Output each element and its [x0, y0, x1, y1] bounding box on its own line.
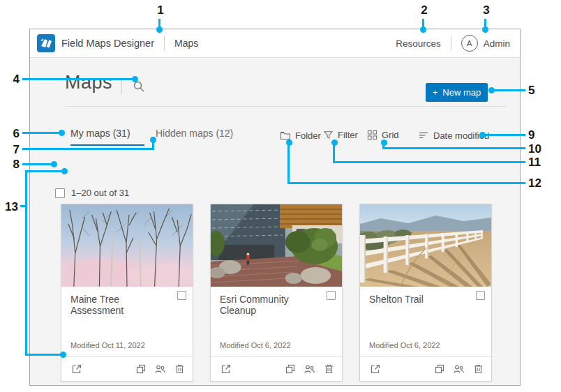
filter-icon [323, 130, 334, 140]
card-checkbox[interactable] [177, 291, 186, 300]
plus-icon: + [433, 87, 438, 98]
callout-line [422, 19, 424, 29]
open-map-button[interactable] [70, 363, 82, 375]
trail-fence-image [360, 204, 491, 287]
duplicate-icon [135, 363, 147, 375]
tab-my-maps[interactable]: My maps (31) [70, 128, 130, 139]
callout-number-5: 5 [528, 84, 545, 98]
filter-button[interactable]: Filter [323, 130, 358, 140]
open-map-button[interactable] [220, 363, 232, 375]
trash-icon [473, 363, 484, 375]
delete-button[interactable] [472, 363, 484, 375]
grid-icon [367, 130, 377, 140]
map-card: Shelton Trail Modified Oct 6, 2022 [359, 204, 492, 382]
card-modified-date: Modified Oct 6, 2022 [369, 341, 440, 349]
callout-number-8: 8 [3, 158, 20, 172]
new-map-label: New map [442, 87, 481, 98]
callout-number-7: 7 [3, 143, 20, 157]
card-title: Shelton Trail [369, 294, 470, 305]
sort-icon [418, 130, 429, 141]
new-map-button[interactable]: + New map [426, 83, 488, 102]
card-title: Maine Tree Assessment [70, 294, 172, 316]
duplicate-button[interactable] [284, 363, 296, 375]
duplicate-button[interactable] [135, 363, 147, 375]
open-icon [220, 363, 232, 375]
map-card: Esri Community Cleanup Modified Oct 6, 2… [210, 204, 343, 382]
delete-button[interactable] [323, 363, 335, 375]
map-thumbnail[interactable] [211, 204, 342, 287]
user-name[interactable]: Admin [484, 38, 510, 49]
card-modified-date: Modified Oct 6, 2022 [220, 341, 291, 349]
callout-line [158, 19, 160, 29]
card-footer [360, 356, 491, 381]
selection-count-label: 1–20 out of 31 [71, 188, 129, 198]
duplicate-icon [285, 363, 296, 375]
callout-number-9: 9 [528, 128, 545, 142]
callout-number-6: 6 [3, 127, 20, 141]
grid-view-button[interactable]: Grid [367, 130, 399, 140]
share-group-button[interactable] [154, 363, 166, 375]
card-footer [61, 356, 193, 381]
nav-maps[interactable]: Maps [174, 38, 198, 49]
card-checkbox[interactable] [476, 291, 485, 300]
duplicate-icon [434, 363, 445, 375]
group-icon [154, 363, 166, 375]
header-divider [164, 36, 165, 51]
app-title: Field Maps Designer [61, 38, 154, 49]
callout-number-12: 12 [528, 176, 545, 190]
callout-number-3: 3 [478, 3, 495, 17]
map-card: Maine Tree Assessment Modified Oct 11, 2… [61, 204, 193, 382]
header-divider [451, 36, 451, 51]
share-group-button[interactable] [304, 363, 315, 375]
select-all-checkbox[interactable] [55, 188, 65, 198]
resources-link[interactable]: Resources [396, 38, 441, 49]
avatar[interactable]: A [461, 35, 478, 52]
app-window: Field Maps Designer Maps Resources A Adm… [29, 29, 521, 386]
card-title: Esri Community Cleanup [220, 294, 321, 316]
callout-number-13: 13 [1, 200, 18, 214]
folder-label: Folder [295, 130, 321, 141]
open-icon [370, 363, 381, 375]
callout-line [25, 170, 27, 356]
title-divider-vertical [121, 78, 122, 93]
app-header: Field Maps Designer Maps Resources A Adm… [30, 29, 520, 58]
search-icon [132, 80, 146, 93]
title-divider [65, 106, 506, 107]
filter-label: Filter [338, 130, 358, 140]
map-thumbnail[interactable] [61, 204, 193, 287]
callout-number-11: 11 [528, 156, 545, 169]
sort-label: Date modified [433, 130, 489, 141]
search-button[interactable] [132, 80, 146, 93]
callout-number-1: 1 [152, 3, 169, 17]
share-group-button[interactable] [453, 363, 465, 375]
card-checkbox[interactable] [327, 291, 336, 300]
content-area: Maps + New map My maps (31) Hidden maps … [30, 58, 520, 385]
active-tab-underline [70, 144, 144, 146]
delete-button[interactable] [174, 363, 186, 375]
group-icon [453, 363, 465, 375]
screenshot-stage: Field Maps Designer Maps Resources A Adm… [0, 0, 561, 392]
folder-icon [280, 130, 291, 141]
card-footer [211, 356, 342, 381]
open-icon [71, 363, 82, 375]
duplicate-button[interactable] [433, 363, 445, 375]
callout-line [484, 19, 486, 29]
selection-row: 1–20 out of 31 [55, 188, 129, 198]
card-modified-date: Modified Oct 11, 2022 [70, 341, 145, 349]
campus-building-image [211, 204, 342, 287]
callout-number-10: 10 [528, 142, 545, 156]
folder-button[interactable]: Folder [280, 130, 321, 141]
trash-icon [324, 363, 334, 375]
tab-hidden-maps[interactable]: Hidden maps (12) [156, 128, 233, 139]
sort-button[interactable]: Date modified [418, 130, 489, 141]
winter-trees-image [61, 204, 193, 287]
callout-number-4: 4 [3, 73, 20, 86]
open-map-button[interactable] [369, 363, 381, 375]
group-icon [304, 363, 315, 375]
grid-label: Grid [382, 130, 399, 140]
field-maps-logo-icon [37, 34, 55, 52]
trash-icon [174, 363, 185, 375]
map-thumbnail[interactable] [360, 204, 491, 287]
callout-line [20, 205, 27, 207]
page-title: Maps [65, 72, 112, 93]
